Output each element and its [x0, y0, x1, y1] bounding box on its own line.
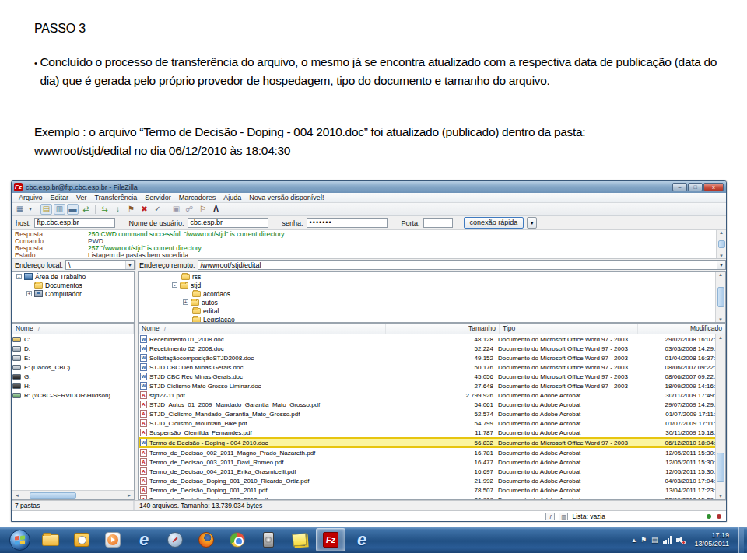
taskbar-item-outlook[interactable] — [67, 528, 96, 551]
local-tree-panel[interactable]: - Área de Trabalho Documentos + Computad… — [12, 271, 135, 323]
table-row[interactable]: ASuspensão_Clemilda_Fernandes.pdf11.787D… — [139, 428, 725, 437]
chevron-down-icon[interactable]: ▼ — [717, 261, 725, 269]
tree-item-documents[interactable]: Documentos — [12, 281, 134, 289]
taskbar-item-internet-explorer-2[interactable]: e — [347, 528, 377, 551]
show-desktop-button[interactable] — [738, 527, 744, 553]
local-address-combo[interactable]: \ ▼ — [65, 260, 135, 270]
menu-ajuda[interactable]: Ajuda — [219, 194, 245, 201]
toggle-queue-icon[interactable]: ▬ — [67, 204, 79, 215]
scroll-left-icon[interactable]: ◄ — [12, 493, 22, 498]
table-row[interactable]: ATermo_de_Decisão_Doping_001_2011.pdf78.… — [139, 485, 725, 495]
title-bar[interactable]: Fz cbc.esp.br@ftp.cbc.esp.br - FileZilla… — [12, 181, 726, 193]
drive-row[interactable]: R: (\\CBC-SERVIDOR\Hudson) — [12, 390, 134, 400]
taskbar-item-explorer[interactable] — [36, 528, 65, 551]
menu-marcadores[interactable]: Marcadores — [175, 194, 220, 201]
close-button[interactable]: x — [703, 183, 724, 191]
menu-transferencia[interactable]: Transferência — [91, 194, 142, 201]
remote-file-list[interactable]: Nome / Tamanho Tipo Modificado WRecebime… — [138, 323, 726, 500]
table-row[interactable]: WSolicitaçãocomposiçãoSTJD2008.doc49.152… — [139, 353, 725, 362]
remote-column-type[interactable]: Tipo — [500, 324, 638, 334]
start-button[interactable] — [5, 528, 34, 551]
table-row[interactable]: ATermo_de_Decisao_Doping_001_2010_Ricard… — [139, 476, 725, 485]
volume-muted-icon[interactable] — [676, 536, 686, 544]
drive-row[interactable]: D: — [12, 344, 134, 353]
menu-editar[interactable]: Editar — [47, 194, 73, 201]
network-signal-icon[interactable] — [663, 536, 672, 544]
quickconnect-dropdown[interactable]: ▾ — [527, 217, 537, 229]
document-tray-icon[interactable]: ▤ — [651, 536, 658, 544]
taskbar-item-internet-explorer[interactable]: e — [129, 528, 159, 551]
table-row[interactable]: ATermo_de_Decisao_003_2011_Davi_Romeo.pd… — [139, 457, 725, 467]
table-row-highlighted[interactable]: WTermo de Decisão - Doping - 004 2010.do… — [139, 437, 725, 448]
maximize-button[interactable]: □ — [688, 183, 703, 191]
local-horizontal-scrollbar[interactable]: ◄ ► — [12, 490, 134, 499]
taskbar-item-chrome[interactable] — [223, 528, 252, 551]
remote-tree-scrollbar[interactable]: ▲ ▼ — [715, 272, 725, 322]
taskbar-clock[interactable]: 17:19 13/05/2011 — [690, 531, 734, 548]
table-row[interactable]: Astjd27-11.pdf2.799.926Documento do Adob… — [139, 390, 725, 400]
table-row[interactable]: WSTJD CBC Den Minas Gerais.doc50.176Docu… — [139, 362, 725, 372]
directory-listing-icon[interactable]: ⚑ — [125, 204, 137, 215]
chevron-down-icon[interactable]: ▼ — [125, 261, 134, 269]
toggle-message-log-icon[interactable]: ▤ — [40, 204, 52, 215]
taskbar-item-firefox[interactable] — [191, 528, 221, 551]
scroll-up-icon[interactable]: ▲ — [718, 272, 723, 277]
remote-column-size[interactable]: Tamanho — [386, 324, 500, 334]
tree-item-stjd[interactable]: - stjd — [139, 281, 725, 289]
scroll-down-icon[interactable]: ▼ — [718, 317, 723, 322]
quickconnect-button[interactable]: conexão rápida — [464, 217, 524, 229]
menu-servidor[interactable]: Servidor — [141, 194, 175, 201]
remote-column-modified[interactable]: Modificado — [638, 324, 725, 334]
cancel-operation-icon[interactable]: ✖ — [139, 204, 150, 215]
table-row[interactable]: WSTJD CBC Rec Minas Gerais.doc45.056Docu… — [139, 372, 725, 381]
tree-item-computer[interactable]: + Computador — [12, 289, 134, 298]
table-row[interactable]: ATermo_de_Decisao_002_2011_Magno_Prado_N… — [139, 448, 725, 457]
site-manager-icon[interactable]: ▦ — [14, 204, 26, 215]
taskbar-item-sticky-notes[interactable] — [285, 528, 314, 551]
hidden-icons-arrow[interactable]: ▴ — [632, 536, 636, 544]
remote-address-combo[interactable]: /wwwroot/stjd/edital ▼ — [198, 260, 726, 270]
taskbar-item-media-device[interactable] — [254, 528, 283, 551]
filter-icon[interactable]: ▣ — [170, 204, 182, 215]
process-queue-icon[interactable]: ↓ — [112, 204, 124, 215]
log-scrollbar[interactable]: ▲ ▼ — [716, 230, 726, 258]
table-row[interactable]: ATermo_de_Decisão_Doping_002_2010.pdf20.… — [139, 495, 725, 500]
bookmark-icon[interactable]: ⚐ — [197, 204, 209, 215]
scroll-up-icon[interactable]: ▲ — [716, 335, 725, 340]
message-log[interactable]: Resposta: 250 CWD command successful. "/… — [12, 230, 726, 259]
tree-item-desktop[interactable]: - Área de Trabalho — [12, 272, 134, 281]
synchronize-browsing-icon[interactable]: ⇄ — [80, 204, 92, 215]
remote-list-scrollbar[interactable]: ▲ ▼ — [715, 334, 725, 499]
scroll-down-icon[interactable]: ▼ — [719, 254, 724, 258]
username-input[interactable]: cbc.esp.br — [188, 218, 268, 228]
remote-column-name[interactable]: Nome / — [139, 324, 386, 334]
menu-arquivo[interactable]: Arquivo — [15, 194, 47, 201]
tree-item-edital[interactable]: edital — [139, 306, 725, 315]
drive-row[interactable]: C: — [12, 334, 134, 344]
table-row[interactable]: ASTJD_Ciclismo_Mandado_Garantia_Mato_Gro… — [139, 409, 725, 418]
table-row[interactable]: ATermo_de_Decisao_004_2011_Erika_Grasmic… — [139, 467, 725, 476]
compare-directories-icon[interactable]: ☍ — [184, 204, 195, 215]
tree-item-legislacao[interactable]: Legislacao — [139, 315, 725, 323]
scroll-right-icon[interactable]: ► — [124, 493, 134, 498]
drive-row[interactable]: F: (Dados_CBC) — [12, 362, 134, 372]
remote-tree-panel[interactable]: rss - stjd acordaos + autos edital — [138, 271, 726, 323]
table-row[interactable]: ASTJD_Ciclismo_Mountain_Bike.pdf54.799Do… — [139, 418, 725, 428]
menu-ver[interactable]: Ver — [72, 194, 91, 201]
site-manager-dropdown[interactable]: ▾ — [27, 204, 33, 215]
taskbar-item-safari[interactable] — [160, 528, 190, 551]
tree-item-rss[interactable]: rss — [139, 272, 725, 281]
drive-row[interactable]: G: — [12, 372, 134, 381]
scroll-up-icon[interactable]: ▲ — [719, 230, 724, 235]
table-row[interactable]: ASTJD_Autos_01_2009_Mandado_Garantia_Mat… — [139, 400, 725, 409]
host-input[interactable]: ftp.cbc.esp.br — [34, 218, 115, 228]
local-column-name[interactable]: Nome / — [12, 324, 134, 334]
table-row[interactable]: WSTJD Ciclismo Mato Grosso Liminar.doc27… — [139, 381, 725, 390]
password-input[interactable]: ••••••• — [307, 218, 388, 228]
drive-row[interactable]: H: — [12, 381, 134, 390]
action-center-flag-icon[interactable]: ⚑ — [640, 536, 647, 544]
scroll-down-icon[interactable]: ▼ — [716, 494, 725, 499]
table-row[interactable]: WRecebimento 02_2008.doc52.224Documento … — [139, 344, 725, 353]
tree-item-acordaos[interactable]: acordaos — [139, 289, 725, 298]
disconnect-icon[interactable]: ✓ — [152, 204, 163, 215]
